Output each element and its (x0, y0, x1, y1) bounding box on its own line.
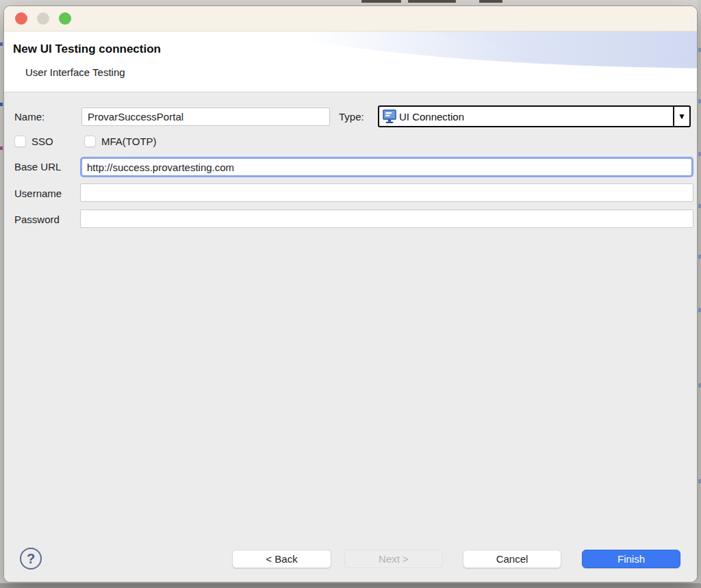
background-window-right (698, 0, 701, 588)
password-label: Password (14, 214, 60, 225)
monitor-icon (382, 109, 397, 124)
help-button[interactable]: ? (20, 548, 42, 570)
new-ui-testing-connection-dialog: New UI Testing connection User Interface… (3, 5, 698, 583)
back-button[interactable]: < Back (232, 550, 331, 568)
base-url-label: Base URL (14, 161, 61, 172)
minimize-window-button[interactable] (37, 12, 49, 25)
background-text-fragment (479, 0, 502, 3)
base-url-input[interactable] (80, 157, 693, 177)
cancel-button[interactable]: Cancel (463, 550, 561, 568)
mfa-checkbox-label: MFA(TOTP) (101, 136, 157, 147)
background-window-bottom (0, 583, 701, 588)
type-dropdown[interactable]: UI Connection ▼ (378, 105, 691, 127)
dropdown-arrow-icon[interactable]: ▼ (673, 107, 689, 126)
type-selected-value: UI Connection (397, 111, 673, 123)
finish-button[interactable]: Finish (582, 550, 680, 568)
name-label: Name: (14, 111, 44, 123)
page-subtitle: User Interface Testing (25, 66, 125, 78)
name-input[interactable] (81, 107, 330, 126)
background-text-fragment (408, 0, 456, 3)
form-body: Name: Type: UI Connection ▼ SSO (4, 92, 697, 582)
sso-checkbox[interactable] (14, 136, 26, 147)
background-text-fragment (361, 0, 401, 3)
traffic-lights (15, 12, 71, 25)
banner-swoosh-decoration (204, 31, 697, 68)
username-label: Username (14, 188, 62, 199)
mfa-checkbox[interactable] (84, 136, 96, 147)
page-title: New UI Testing connection (13, 42, 161, 56)
sso-checkbox-label: SSO (31, 136, 53, 147)
username-input[interactable] (80, 183, 693, 202)
mfa-checkbox-row: MFA(TOTP) (84, 136, 157, 147)
close-window-button[interactable] (15, 12, 27, 25)
password-input[interactable] (80, 209, 693, 228)
next-button[interactable]: Next > (344, 550, 443, 568)
type-label: Type: (339, 111, 364, 123)
sso-checkbox-row: SSO (14, 136, 53, 147)
wizard-banner: New UI Testing connection User Interface… (4, 31, 697, 92)
zoom-window-button[interactable] (59, 12, 71, 25)
title-bar (4, 6, 697, 31)
